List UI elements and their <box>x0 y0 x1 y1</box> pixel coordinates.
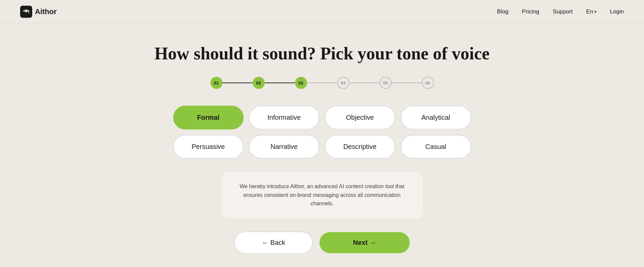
svg-point-8 <box>27 10 28 11</box>
step-1: 01 <box>210 77 222 89</box>
back-button[interactable]: ← Back <box>234 231 313 254</box>
chevron-down-icon: ▾ <box>594 9 596 14</box>
tone-informative[interactable]: Informative <box>249 106 319 129</box>
nav-support[interactable]: Support <box>553 8 573 15</box>
page-title: How should it sound? Pick your tone of v… <box>154 44 490 63</box>
step-4: 04 <box>337 77 349 89</box>
logo-icon <box>20 6 32 18</box>
nav: Blog Pricing Support En ▾ Login <box>497 8 624 15</box>
svg-rect-3 <box>29 11 29 12</box>
step-line-4 <box>349 83 380 83</box>
tone-narrative[interactable]: Narrative <box>249 135 319 159</box>
svg-point-7 <box>24 10 25 11</box>
nav-pricing[interactable]: Pricing <box>522 8 539 15</box>
tone-descriptive[interactable]: Descriptive <box>325 135 395 159</box>
tone-formal[interactable]: Formal <box>173 106 244 129</box>
step-line-5 <box>392 83 422 83</box>
nav-buttons: ← Back Next → <box>234 231 410 254</box>
step-line-3 <box>307 83 337 83</box>
lang-label: En <box>586 8 593 15</box>
step-line-2 <box>265 83 295 83</box>
step-2: 02 <box>253 77 265 89</box>
preview-box: We hereby introduce Aithor, an advanced … <box>221 172 423 218</box>
step-5: 05 <box>380 77 392 89</box>
tone-persuasive[interactable]: Persuasive <box>173 135 244 159</box>
logo-text: Aithor <box>35 7 57 16</box>
tone-grid: Formal Informative Objective Analytical … <box>173 106 471 159</box>
step-3: 03 <box>295 77 307 89</box>
nav-blog[interactable]: Blog <box>497 8 508 15</box>
tone-casual[interactable]: Casual <box>401 135 471 159</box>
lang-selector[interactable]: En ▾ <box>586 8 597 15</box>
logo: Aithor <box>20 6 57 18</box>
main-content: How should it sound? Pick your tone of v… <box>0 23 644 267</box>
next-button[interactable]: Next → <box>319 232 410 253</box>
step-6: 06 <box>422 77 434 89</box>
tone-analytical[interactable]: Analytical <box>401 106 471 129</box>
step-line-1 <box>222 83 253 83</box>
preview-text: We hereby introduce Aithor, an advanced … <box>235 182 409 208</box>
stepper: 01 02 03 04 05 06 <box>210 77 434 89</box>
tone-objective[interactable]: Objective <box>325 106 395 129</box>
login-button[interactable]: Login <box>610 8 624 15</box>
svg-point-4 <box>29 12 30 13</box>
header: Aithor Blog Pricing Support En ▾ Login <box>0 0 644 23</box>
